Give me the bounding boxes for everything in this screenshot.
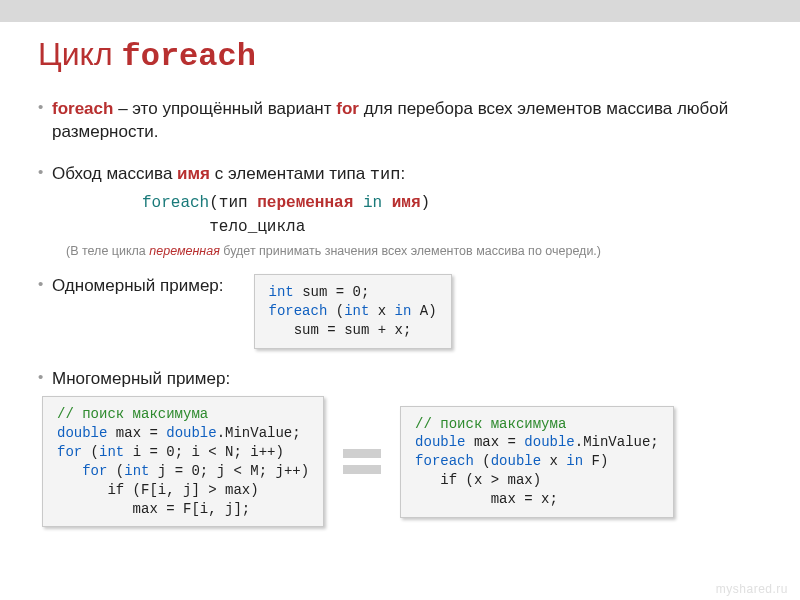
code-foreach-md: // поиск максимума double max = double.M… [400,406,674,518]
bullet-intro: foreach – это упрощённый вариант for для… [38,97,766,144]
page-title: Цикл foreach [38,36,766,75]
code-for-nested: // поиск максимума double max = double.M… [42,396,324,527]
equals-icon [342,449,382,474]
label-md: Многомерный пример: [52,369,230,388]
bullet-list: foreach – это упрощённый вариант for для… [38,97,766,390]
bullet-syntax: Обход массива имя с элементами типа тип:… [38,162,766,260]
kw-for: for [336,99,359,118]
title-word-1: Цикл [38,36,113,72]
title-word-2: foreach [121,38,255,75]
multidim-row: // поиск максимума double max = double.M… [38,396,766,527]
label-1d: Одномерный пример: [52,274,224,297]
syntax-note: (В теле цикла переменная будет принимать… [52,243,766,260]
slide-content: Цикл foreach foreach – это упрощённый ва… [0,22,800,527]
bullet-1d-example: Одномерный пример: int sum = 0; foreach … [38,274,766,349]
watermark: myshared.ru [716,582,788,596]
code-1d: int sum = 0; foreach (int x in A) sum = … [254,274,452,349]
kw-foreach: foreach [52,99,113,118]
slide-top-bar [0,0,800,22]
syntax-definition: foreach(тип переменная in имя) тело_цикл… [52,192,766,238]
bullet-md-example: Многомерный пример: [38,367,766,390]
